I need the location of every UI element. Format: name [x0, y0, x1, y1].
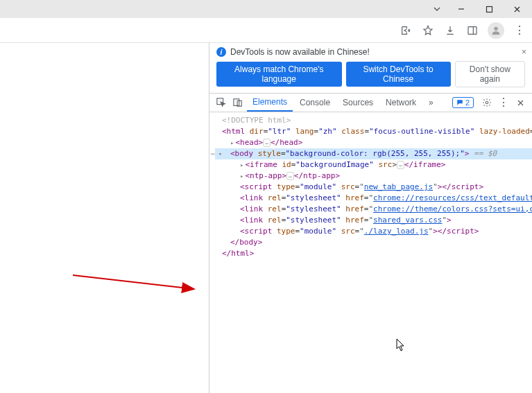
- main-split: i DevTools is now available in Chinese! …: [0, 43, 532, 393]
- match-language-button[interactable]: Always match Chrome's language: [216, 62, 342, 87]
- code-script2[interactable]: <script type="module" src="./lazy_load.j…: [215, 226, 532, 237]
- info-close-button[interactable]: ×: [522, 47, 526, 57]
- switch-language-button[interactable]: Switch DevTools to Chinese: [346, 62, 451, 87]
- share-icon[interactable]: [399, 24, 413, 37]
- dismiss-button[interactable]: Don't show again: [455, 61, 525, 87]
- code-html-close[interactable]: </html>: [215, 248, 532, 259]
- annotation-arrow: [69, 265, 208, 299]
- issues-count: 2: [465, 98, 470, 107]
- browser-toolbar: ⋮: [0, 18, 532, 43]
- window-titlebar: [0, 0, 532, 18]
- device-toggle-icon[interactable]: [230, 98, 246, 107]
- code-ntp-app[interactable]: <ntp-app>…</ntp-app>: [215, 171, 532, 182]
- settings-icon[interactable]: [479, 98, 495, 107]
- code-link3[interactable]: <link rel="stylesheet" href="shared_vars…: [215, 215, 532, 226]
- elements-tree[interactable]: <!DOCTYPE html> <html dir="ltr" lang="zh…: [209, 112, 532, 393]
- page-content-pane: [0, 43, 209, 393]
- devtools-pane: i DevTools is now available in Chinese! …: [209, 43, 532, 393]
- star-icon[interactable]: [421, 24, 435, 37]
- info-message: DevTools is now available in Chinese!: [230, 47, 370, 57]
- tab-network[interactable]: Network: [380, 94, 422, 112]
- browser-menu-icon[interactable]: ⋮: [513, 24, 526, 37]
- svg-point-4: [494, 26, 497, 30]
- svg-point-9: [486, 101, 488, 104]
- tab-sources[interactable]: Sources: [337, 94, 379, 112]
- info-icon: i: [216, 47, 226, 57]
- svg-rect-1: [486, 6, 492, 12]
- tab-more[interactable]: »: [423, 94, 439, 112]
- code-iframe[interactable]: <iframe id="backgroundImage" src>…</ifra…: [215, 159, 532, 171]
- download-icon[interactable]: [443, 24, 457, 37]
- sidepanel-icon[interactable]: [465, 24, 479, 37]
- language-button-row: Always match Chrome's language Switch De…: [209, 61, 532, 93]
- tab-console[interactable]: Console: [294, 94, 336, 112]
- inspect-icon[interactable]: [214, 98, 229, 107]
- tab-dropdown-icon[interactable]: [427, 0, 447, 18]
- code-script1[interactable]: <script type="module" src="new_tab_page.…: [215, 182, 532, 193]
- window-maximize-button[interactable]: [475, 0, 503, 18]
- code-doctype[interactable]: <!DOCTYPE html>: [215, 115, 532, 126]
- code-link1[interactable]: <link rel="stylesheet" href="chrome://re…: [215, 193, 532, 204]
- svg-rect-7: [234, 99, 239, 106]
- code-link2[interactable]: <link rel="stylesheet" href="chrome://th…: [215, 204, 532, 215]
- svg-rect-2: [468, 26, 477, 34]
- svg-line-5: [73, 275, 194, 289]
- devtools-close-icon[interactable]: [513, 99, 528, 107]
- issues-badge[interactable]: 2: [452, 97, 474, 108]
- code-body-open[interactable]: <body style="background-color: rgb(255, …: [215, 148, 532, 159]
- code-body-close[interactable]: </body>: [215, 237, 532, 248]
- code-html-open[interactable]: <html dir="ltr" lang="zh" class="focus-o…: [215, 126, 532, 137]
- devtools-tabbar: Elements Console Sources Network » 2 ⋮: [209, 93, 532, 112]
- window-minimize-button[interactable]: [447, 0, 475, 18]
- tab-elements[interactable]: Elements: [247, 94, 293, 112]
- profile-avatar[interactable]: [488, 22, 504, 39]
- window-close-button[interactable]: [503, 0, 531, 18]
- devtools-info-banner: i DevTools is now available in Chinese! …: [209, 43, 532, 61]
- devtools-menu-icon[interactable]: ⋮: [496, 97, 511, 108]
- code-head[interactable]: <head>…</head>: [215, 137, 532, 148]
